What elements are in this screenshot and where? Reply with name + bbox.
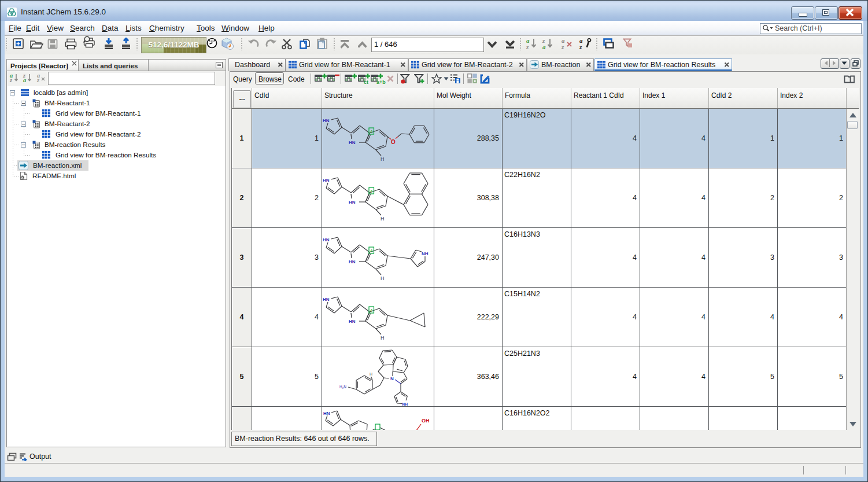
svg-text:z: z <box>579 43 582 50</box>
svg-text:NH: NH <box>422 251 429 256</box>
svg-text:H: H <box>381 216 385 222</box>
svg-text:H: H <box>370 372 372 376</box>
svg-text:N: N <box>390 376 394 381</box>
svg-text:HN: HN <box>349 259 356 264</box>
svg-text:a: a <box>23 77 26 83</box>
svg-text:H: H <box>381 275 385 281</box>
svg-text:HN: HN <box>349 200 356 205</box>
svg-text:4: 4 <box>370 129 372 134</box>
svg-text:NH: NH <box>402 402 408 406</box>
svg-text:z: z <box>561 43 564 50</box>
svg-text:O: O <box>391 139 396 145</box>
svg-text:HN: HN <box>323 178 330 183</box>
svg-text:HN: HN <box>323 118 330 123</box>
svg-text:z: z <box>526 43 529 50</box>
svg-text:H: H <box>381 335 385 341</box>
svg-text:4: 4 <box>370 308 372 313</box>
svg-text:4: 4 <box>370 248 372 253</box>
svg-text:a: a <box>542 43 546 50</box>
svg-text:HN: HN <box>323 237 330 242</box>
svg-text:HN: HN <box>349 319 356 324</box>
svg-text:OH: OH <box>422 418 430 424</box>
svg-text:HN: HN <box>323 411 330 416</box>
svg-text:H₂N: H₂N <box>339 385 346 389</box>
svg-text:HN: HN <box>349 140 356 145</box>
svg-text:H: H <box>381 156 385 162</box>
svg-text:HN: HN <box>323 297 330 302</box>
svg-text:4: 4 <box>370 189 372 194</box>
